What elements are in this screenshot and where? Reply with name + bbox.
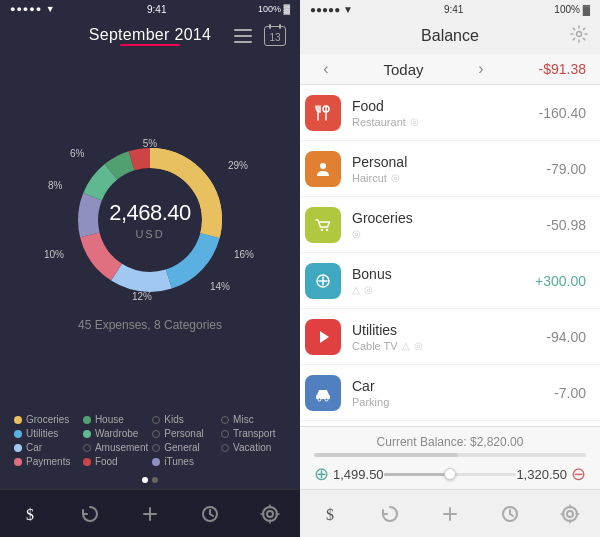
- bonus-icon: [305, 263, 341, 299]
- page-dot-2[interactable]: [152, 477, 158, 483]
- gear-btn[interactable]: [570, 25, 588, 47]
- right-tab-add[interactable]: [430, 494, 470, 534]
- svg-point-20: [321, 228, 323, 230]
- left-signal: ●●●●● ▼: [10, 4, 56, 14]
- legend-dot-transport: [221, 430, 229, 438]
- clock-icon: [200, 504, 220, 524]
- right-header: Balance: [300, 18, 600, 54]
- legend-vacation: Vacation: [221, 442, 286, 453]
- right-time: 9:41: [444, 4, 463, 15]
- left-tab-refresh[interactable]: [70, 494, 110, 534]
- right-status-bar: ●●●●● ▼ 9:41 100% ▓: [300, 0, 600, 18]
- svg-rect-2: [234, 41, 252, 43]
- right-tab-dollar[interactable]: $: [310, 494, 350, 534]
- groceries-amount: -50.98: [546, 217, 600, 233]
- legend-house: House: [83, 414, 148, 425]
- balance-slider-thumb[interactable]: [444, 468, 456, 480]
- transaction-groceries[interactable]: Groceries ◎ -50.98: [300, 197, 600, 253]
- groceries-info: Groceries ◎: [346, 210, 546, 239]
- bonus-info: Bonus △ ◎: [346, 266, 535, 295]
- dollar-icon: $: [20, 504, 40, 524]
- legend-dot-personal: [152, 430, 160, 438]
- balance-right: 1,320.50 ⊖: [516, 463, 586, 485]
- right-clock-icon: [500, 504, 520, 524]
- right-refresh-icon: [380, 504, 400, 524]
- svg-line-34: [510, 514, 513, 516]
- utilities-sub: Cable TV △ ◎: [352, 340, 540, 352]
- balance-slider[interactable]: [384, 473, 517, 476]
- svg-point-9: [263, 507, 277, 521]
- right-add-icon: [440, 504, 460, 524]
- legend-food: Food: [83, 456, 148, 467]
- chart-subtitle: 45 Expenses, 8 Categories: [78, 318, 222, 332]
- car-info: Car Parking: [346, 378, 554, 408]
- right-tab-refresh[interactable]: [370, 494, 410, 534]
- right-target-icon: [560, 504, 580, 524]
- today-label: Today: [383, 61, 423, 78]
- donut-center: 2,468.40 USD: [109, 200, 191, 240]
- balance-left-amount: 1,499.50: [333, 467, 384, 482]
- svg-point-19: [320, 163, 326, 169]
- legend-dot-groceries: [14, 416, 22, 424]
- donut-amount: 2,468.40: [109, 200, 191, 226]
- bonus-name: Bonus: [352, 266, 529, 282]
- balance-bar: [314, 453, 586, 457]
- transaction-car[interactable]: Car Parking -7.00: [300, 365, 600, 421]
- page-dot-1[interactable]: [142, 477, 148, 483]
- balance-bar-fill: [314, 453, 458, 457]
- svg-rect-0: [234, 29, 252, 31]
- menu-icon-btn[interactable]: [230, 26, 256, 46]
- svg-point-36: [567, 511, 573, 517]
- left-status-bar: ●●●●● ▼ 9:41 100% ▓: [0, 0, 300, 18]
- legend-dot-house: [83, 416, 91, 424]
- left-time: 9:41: [147, 4, 166, 15]
- legend-car: Car: [14, 442, 79, 453]
- legend-dot-itunes: [152, 458, 160, 466]
- right-tab-target[interactable]: [550, 494, 590, 534]
- left-tab-dollar[interactable]: $: [10, 494, 50, 534]
- legend-kids: Kids: [152, 414, 217, 425]
- balance-label: Current Balance: $2,820.00: [314, 435, 586, 449]
- personal-icon-cell: [300, 141, 346, 197]
- svg-point-35: [563, 507, 577, 521]
- legend-dot-vacation: [221, 444, 229, 452]
- header-underline: [120, 44, 180, 46]
- balance-right-amount: 1,320.50: [516, 467, 567, 482]
- transaction-food[interactable]: Food Restaurant ◎ -160.40: [300, 85, 600, 141]
- right-tab-clock[interactable]: [490, 494, 530, 534]
- left-title: September 2014: [89, 26, 212, 44]
- legend-general: General: [152, 442, 217, 453]
- svg-point-28: [325, 398, 328, 401]
- pagination: [0, 477, 300, 489]
- transaction-bonus[interactable]: Bonus △ ◎ +300.00: [300, 253, 600, 309]
- legend-personal: Personal: [152, 428, 217, 439]
- left-tab-clock[interactable]: [190, 494, 230, 534]
- balance-section: Current Balance: $2,820.00 ⊕ 1,499.50 1,…: [300, 426, 600, 489]
- transaction-utilities[interactable]: Utilities Cable TV △ ◎ -94.00: [300, 309, 600, 365]
- left-tab-target[interactable]: [250, 494, 290, 534]
- groceries-icon: [305, 207, 341, 243]
- utilities-icon: [305, 319, 341, 355]
- groceries-sub: ◎: [352, 228, 540, 239]
- next-arrow[interactable]: ›: [469, 60, 493, 78]
- prev-arrow[interactable]: ‹: [314, 60, 338, 78]
- left-tab-add[interactable]: [130, 494, 170, 534]
- transaction-list: Food Restaurant ◎ -160.40 Personal: [300, 85, 600, 426]
- today-total: -$91.38: [538, 61, 585, 77]
- groceries-sub-icon: ◎: [352, 228, 361, 239]
- calendar-icon-btn[interactable]: 13: [262, 26, 288, 46]
- left-tab-bar: $: [0, 489, 300, 537]
- balance-minus-btn[interactable]: ⊖: [571, 463, 586, 485]
- menu-icon: [234, 29, 252, 43]
- food-sub: Restaurant ◎: [352, 116, 533, 128]
- legend-transport: Transport: [221, 428, 286, 439]
- calendar-date: 13: [269, 32, 280, 43]
- transaction-personal[interactable]: Personal Haircut ◎ -79.00: [300, 141, 600, 197]
- utilities-icon-cell: [300, 309, 346, 365]
- utilities-amount: -94.00: [546, 329, 600, 345]
- groceries-name: Groceries: [352, 210, 540, 226]
- chart-area: 5% 29% 16% 14% 12% 10% 8% 6%: [0, 54, 300, 408]
- food-amount: -160.40: [539, 105, 600, 121]
- left-panel: ●●●●● ▼ 9:41 100% ▓ September 2014 13: [0, 0, 300, 537]
- balance-plus-btn[interactable]: ⊕: [314, 463, 329, 485]
